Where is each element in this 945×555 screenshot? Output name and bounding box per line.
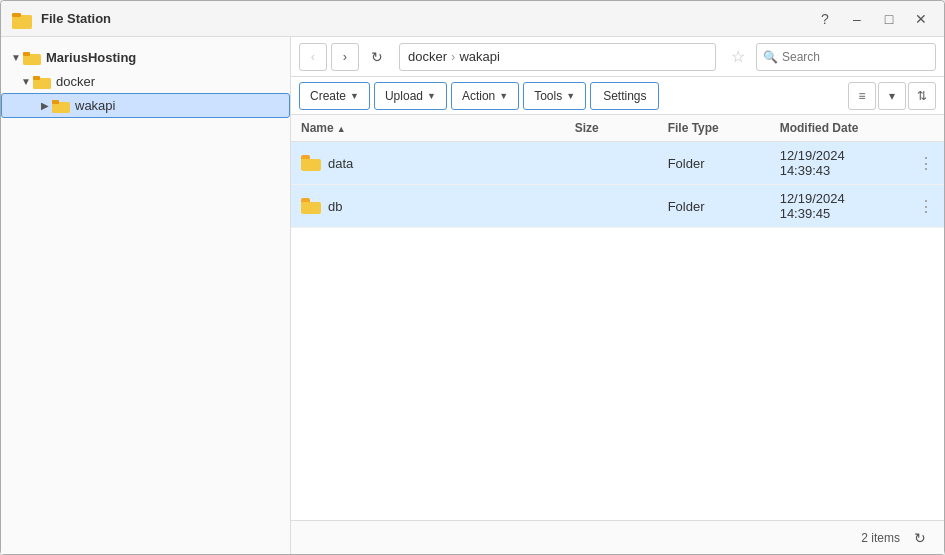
list-view-button[interactable]: ≡	[848, 82, 876, 110]
file-size	[565, 185, 658, 228]
file-table: Name▲ Size File Type Modified Date	[291, 115, 944, 228]
file-modified-date: 12/19/2024 14:39:43	[770, 142, 908, 185]
close-button[interactable]: ✕	[908, 6, 934, 32]
folder-icon	[301, 155, 321, 171]
root-folder-icon	[23, 51, 41, 65]
tools-button[interactable]: Tools ▼	[523, 82, 586, 110]
back-button[interactable]: ‹	[299, 43, 327, 71]
table-header: Name▲ Size File Type Modified Date	[291, 115, 944, 142]
settings-button[interactable]: Settings	[590, 82, 659, 110]
forward-button[interactable]: ›	[331, 43, 359, 71]
tools-dropdown-arrow: ▼	[566, 91, 575, 101]
col-header-more	[908, 115, 944, 142]
action-label: Action	[462, 89, 495, 103]
docker-folder-icon	[33, 75, 51, 89]
content-area: ‹ › ↻ docker › wakapi ☆ 🔍 Create ▼	[291, 37, 944, 554]
sidebar: ▼ MariusHosting ▼ docker	[1, 37, 291, 554]
search-input[interactable]	[782, 50, 932, 64]
svg-rect-9	[52, 100, 59, 104]
sidebar-wakapi-item[interactable]: ▶ wakapi	[1, 93, 290, 118]
sort-button[interactable]: ⇅	[908, 82, 936, 110]
action-button[interactable]: Action ▼	[451, 82, 519, 110]
breadcrumb-part1: docker	[408, 49, 447, 64]
upload-label: Upload	[385, 89, 423, 103]
status-refresh-button[interactable]: ↻	[908, 526, 932, 550]
settings-label: Settings	[603, 89, 646, 103]
more-icon[interactable]: ⋮	[918, 155, 934, 172]
sidebar-root-item[interactable]: ▼ MariusHosting	[1, 45, 290, 70]
sidebar-wakapi-label: wakapi	[75, 98, 115, 113]
file-more-cell[interactable]: ⋮	[908, 185, 944, 228]
breadcrumb-part2: wakapi	[459, 49, 499, 64]
tools-label: Tools	[534, 89, 562, 103]
titlebar: File Station ? – □ ✕	[1, 1, 944, 37]
file-type: Folder	[658, 185, 770, 228]
upload-button[interactable]: Upload ▼	[374, 82, 447, 110]
view-buttons: ≡ ▾ ⇅	[848, 82, 936, 110]
file-name: db	[328, 199, 342, 214]
file-name-cell: data	[291, 142, 565, 185]
main-layout: ▼ MariusHosting ▼ docker	[1, 37, 944, 554]
col-header-modified-date[interactable]: Modified Date	[770, 115, 908, 142]
col-header-size[interactable]: Size	[565, 115, 658, 142]
wakapi-folder-icon	[52, 99, 70, 113]
toolbar-top: ‹ › ↻ docker › wakapi ☆ 🔍	[291, 37, 944, 77]
arrow-icon: ▼	[9, 52, 23, 63]
upload-dropdown-arrow: ▼	[427, 91, 436, 101]
docker-arrow-icon: ▼	[19, 76, 33, 87]
app-icon	[11, 8, 33, 30]
items-count: 2 items	[861, 531, 900, 545]
svg-rect-5	[23, 52, 30, 56]
help-button[interactable]: ?	[812, 6, 838, 32]
create-label: Create	[310, 89, 346, 103]
svg-rect-2	[12, 15, 32, 29]
folder-icon	[301, 198, 321, 214]
toolbar-actions: Create ▼ Upload ▼ Action ▼ Tools ▼ Setti…	[291, 77, 944, 115]
action-dropdown-arrow: ▼	[499, 91, 508, 101]
create-button[interactable]: Create ▼	[299, 82, 370, 110]
svg-rect-3	[12, 13, 21, 17]
refresh-nav-button[interactable]: ↻	[363, 43, 391, 71]
search-bar: 🔍	[756, 43, 936, 71]
favorite-button[interactable]: ☆	[724, 43, 752, 71]
statusbar: 2 items ↻	[291, 520, 944, 554]
file-name: data	[328, 156, 353, 171]
file-type: Folder	[658, 142, 770, 185]
minimize-button[interactable]: –	[844, 6, 870, 32]
file-station-window: File Station ? – □ ✕ ▼ MariusHosting	[0, 0, 945, 555]
table-row[interactable]: db Folder 12/19/2024 14:39:45 ⋮	[291, 185, 944, 228]
table-row[interactable]: data Folder 12/19/2024 14:39:43 ⋮	[291, 142, 944, 185]
sidebar-root-label: MariusHosting	[46, 50, 136, 65]
window-title: File Station	[41, 11, 812, 26]
create-dropdown-arrow: ▼	[350, 91, 359, 101]
more-icon[interactable]: ⋮	[918, 198, 934, 215]
file-more-cell[interactable]: ⋮	[908, 142, 944, 185]
breadcrumb-separator: ›	[451, 49, 455, 64]
view-options-button[interactable]: ▾	[878, 82, 906, 110]
search-icon: 🔍	[763, 50, 778, 64]
breadcrumb: docker › wakapi	[399, 43, 716, 71]
sidebar-docker-label: docker	[56, 74, 95, 89]
sort-arrow-icon: ▲	[337, 124, 346, 134]
file-name-cell: db	[291, 185, 565, 228]
wakapi-arrow-icon: ▶	[38, 100, 52, 111]
maximize-button[interactable]: □	[876, 6, 902, 32]
col-header-file-type[interactable]: File Type	[658, 115, 770, 142]
file-list: Name▲ Size File Type Modified Date	[291, 115, 944, 520]
col-header-name[interactable]: Name▲	[291, 115, 565, 142]
window-controls: ? – □ ✕	[812, 6, 934, 32]
file-size	[565, 142, 658, 185]
file-modified-date: 12/19/2024 14:39:45	[770, 185, 908, 228]
svg-rect-7	[33, 76, 40, 80]
sidebar-docker-item[interactable]: ▼ docker	[1, 70, 290, 93]
